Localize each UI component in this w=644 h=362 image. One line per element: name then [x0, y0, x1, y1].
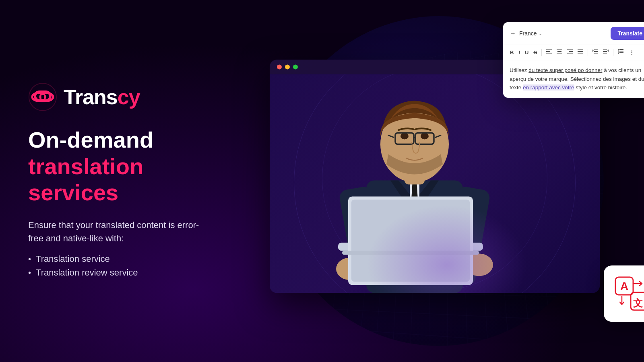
headline-line1: On-demand: [28, 128, 229, 152]
svg-rect-26: [546, 51, 550, 52]
description-text: Ensure that your translated content is e…: [28, 218, 229, 245]
svg-rect-37: [594, 49, 598, 50]
align-left-button[interactable]: [545, 49, 553, 56]
svg-rect-33: [567, 53, 573, 53]
language-selector[interactable]: France ⌄: [519, 30, 607, 37]
logo-suffix: cy: [118, 85, 140, 109]
translation-editor-card: → France ⌄ Translate B I U S: [503, 22, 644, 98]
window-dot-minimize: [285, 64, 290, 69]
list-item: Translation review service: [28, 266, 229, 280]
svg-rect-40: [603, 49, 607, 50]
svg-rect-25: [546, 49, 552, 50]
bold-button[interactable]: B: [509, 49, 515, 56]
svg-rect-28: [557, 49, 562, 50]
content-highlighted-text: en rapport avec votre: [523, 84, 574, 90]
card-header: → France ⌄ Translate: [503, 22, 644, 45]
translate-icon: A 文: [614, 276, 644, 312]
italic-button[interactable]: I: [517, 49, 521, 56]
left-panel: Transcy On-demand translation services E…: [0, 82, 258, 280]
svg-rect-36: [578, 53, 583, 53]
svg-text:A: A: [620, 280, 628, 292]
indent-right-button[interactable]: [602, 49, 610, 56]
justify-button[interactable]: [576, 49, 584, 56]
logo-icon: [28, 82, 57, 111]
svg-point-14: [400, 133, 409, 139]
toolbar-divider-3: [613, 49, 613, 56]
person-area: HOME: [270, 74, 600, 293]
svg-text:文: 文: [633, 298, 643, 309]
svg-rect-24: [342, 251, 479, 255]
underline-button[interactable]: U: [524, 49, 530, 56]
svg-rect-32: [569, 51, 573, 52]
list-item: Translation service: [28, 252, 229, 266]
formatting-toolbar: B I U S: [503, 45, 644, 60]
content-suffix: style et votre histoire.: [574, 84, 627, 90]
svg-rect-31: [567, 49, 573, 50]
indent-left-button[interactable]: [591, 49, 599, 56]
svg-rect-23: [351, 200, 470, 282]
svg-rect-5: [41, 95, 44, 99]
translate-button[interactable]: Translate: [611, 27, 644, 40]
svg-rect-38: [594, 51, 598, 52]
arrow-icon: →: [510, 30, 516, 37]
svg-rect-39: [594, 53, 598, 53]
translation-icon-card: A 文: [604, 265, 644, 322]
person-illustration: [286, 84, 543, 293]
more-options-button[interactable]: ⋮: [628, 49, 636, 56]
card-content: Utilisez du texte super posé po donner à…: [503, 60, 644, 98]
headline-line2: translation services: [28, 154, 229, 206]
logo-text: Transcy: [64, 85, 140, 109]
right-panel: HOME → France ⌄ Translate B I U S: [258, 0, 644, 362]
content-underlined-text: du texte super posé po donner: [528, 67, 602, 73]
language-name: France: [519, 30, 537, 37]
svg-rect-41: [603, 51, 607, 52]
svg-rect-34: [578, 49, 583, 50]
align-right-button[interactable]: [566, 49, 574, 56]
strikethrough-button[interactable]: S: [532, 49, 538, 56]
toolbar-divider-2: [588, 49, 588, 56]
svg-rect-27: [546, 53, 552, 53]
chevron-down-icon: ⌄: [539, 31, 542, 36]
svg-rect-29: [557, 51, 561, 52]
svg-rect-45: [619, 52, 623, 53]
line-height-button[interactable]: [617, 48, 625, 57]
content-prefix: Utilisez: [510, 67, 528, 73]
svg-rect-43: [619, 49, 623, 50]
svg-rect-42: [603, 53, 607, 53]
svg-rect-44: [619, 51, 623, 51]
window-dot-maximize: [293, 64, 298, 69]
features-list: Translation service Translation review s…: [28, 252, 229, 280]
align-center-button[interactable]: [555, 49, 564, 56]
toolbar-divider-1: [541, 49, 542, 56]
content-wrapper: Transcy On-demand translation services E…: [0, 0, 644, 362]
svg-rect-30: [557, 53, 562, 53]
window-dot-close: [277, 64, 282, 69]
logo-row: Transcy: [28, 82, 229, 111]
logo-prefix: Trans: [64, 85, 118, 109]
svg-rect-35: [578, 51, 583, 52]
svg-point-15: [421, 133, 429, 139]
